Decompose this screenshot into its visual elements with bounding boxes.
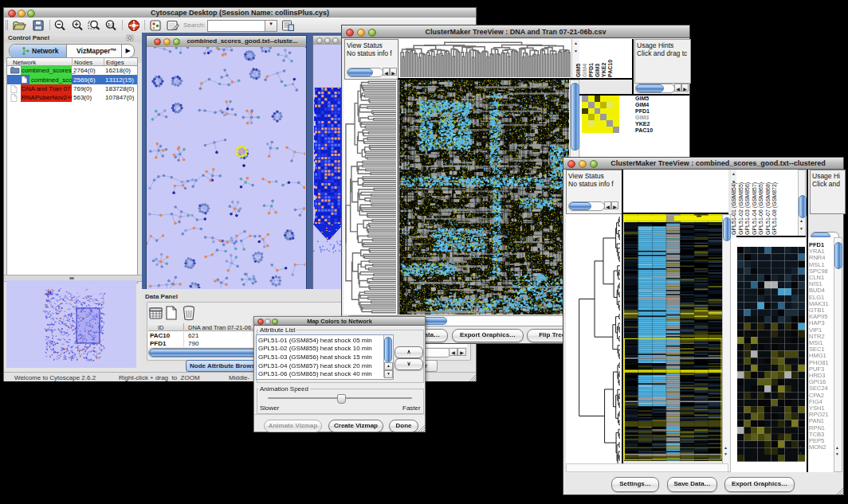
- svg-text:1:1: 1:1: [108, 22, 114, 27]
